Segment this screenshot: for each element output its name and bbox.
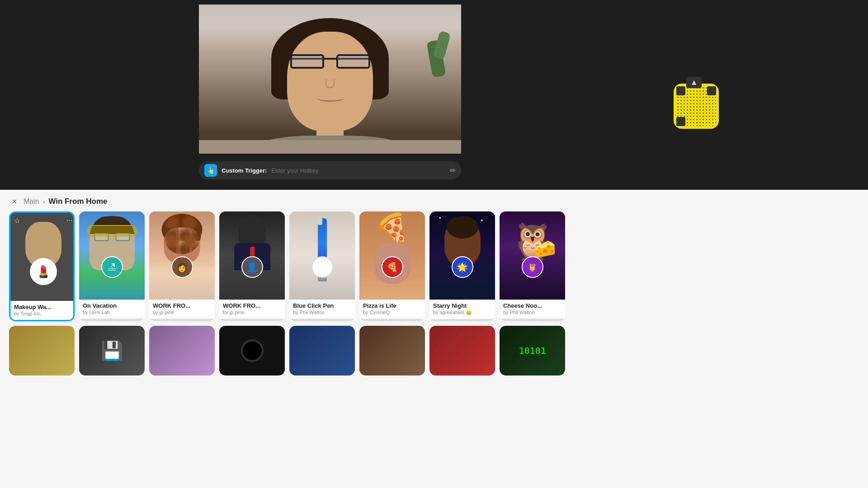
filter-grid-row2: 💾 10101 [0,321,868,375]
breadcrumb-current: Win From Home [48,197,107,206]
card-avatar5: 🍕 [382,256,403,278]
card-name: Blue Click Pen [293,302,351,309]
filter-card-r2-8[interactable]: 10101 [500,326,565,375]
card-author: by jp pirie [153,310,211,315]
card-name: Starry Night [433,302,491,309]
breadcrumb-chevron-icon: › [43,198,45,205]
breadcrumb: × Main › Win From Home [0,190,868,211]
card-author: by CyreneQ [363,310,421,315]
card-avatar4: 🖊 [311,256,333,278]
card-author: by Snap Inc. [14,311,70,316]
filter-card-blue-click-pen[interactable]: 🖊 Blue Click Pen by Phil Walton [289,211,355,321]
trigger-icon[interactable]: 👆 [204,164,217,177]
filter-card-r2-3[interactable] [149,326,215,375]
favorite-icon[interactable]: ☆ [14,216,20,225]
filter-card-r2-7[interactable] [429,326,495,375]
card-name: WORK FRO... [223,302,281,309]
filter-card-makeup-wa[interactable]: 💄 ☆ ··· Makeup Wa... by Snap Inc. [9,211,75,321]
lens-browser-panel: × Main › Win From Home 💄 ☆ ··· Makeup Wa… [0,190,868,488]
card-name: Pizza is Life [363,302,421,309]
card-author: by agreeables 👑 [433,310,491,315]
card-avatar7: 🦉 [522,256,543,278]
filter-card-on-vacation[interactable]: 🏖 On Vacation by Lens Lab [79,211,145,321]
card-author: by Phil Walton [503,310,561,315]
trigger-label: Custom Trigger: [222,167,267,174]
filter-card-workfro1[interactable]: 👩 WORK FRO... by jp pirie [149,211,215,321]
filter-card-r2-1[interactable] [9,326,75,375]
card-name: WORK FRO... [153,302,211,309]
hotkey-input[interactable] [271,167,445,174]
card-avatar6: 🌟 [452,256,473,278]
filter-card-r2-6[interactable] [359,326,425,375]
filter-card-r2-4[interactable] [219,326,285,375]
filter-card-workfro2[interactable]: 👤 WORK FRO... by jp pirie [219,211,285,321]
video-preview [199,5,461,154]
filter-card-r2-5[interactable] [289,326,355,375]
scroll-up-button[interactable]: ▲ [686,77,702,88]
card-avatar: 🏖 [101,256,123,278]
edit-hotkey-button[interactable]: ✏ [450,166,456,175]
filter-card-r2-2[interactable]: 💾 [79,326,145,375]
filter-card-cheese-noo[interactable]: 🦉 🧀 🦉 Cheese Noo... by Phil Walton [500,211,565,321]
close-button[interactable]: × [9,196,20,207]
card-name: On Vacation [83,302,141,309]
card-avatar3: 👤 [241,256,263,278]
filter-card-starry-night[interactable]: ✦ ✦ ✦ ✦ 🌟 Starry Night by agreeables 👑 [429,211,495,321]
card-name: Makeup Wa... [14,304,70,310]
breadcrumb-main[interactable]: Main [24,197,39,206]
filter-card-pizza-is-life[interactable]: 🍕 🍕 Pizza is Life by CyreneQ [359,211,425,321]
more-options-icon[interactable]: ··· [66,216,72,225]
card-author: by Lens Lab [83,310,141,315]
custom-trigger-bar: 👆 Custom Trigger: ✏ [199,161,461,179]
card-author: by Phil Walton [293,310,351,315]
card-avatar2: 👩 [171,256,193,278]
snapcode[interactable]: 💄 [674,84,719,129]
filter-grid-row1: 💄 ☆ ··· Makeup Wa... by Snap Inc. [0,211,868,321]
card-author: by jp pirie [223,310,281,315]
card-name: Cheese Noo... [503,302,561,309]
